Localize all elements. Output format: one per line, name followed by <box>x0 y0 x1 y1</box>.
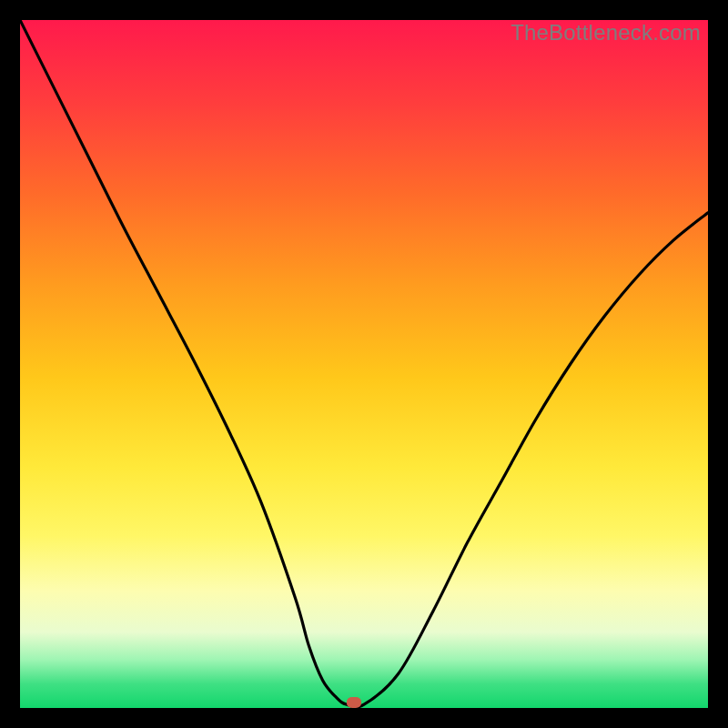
bottleneck-curve <box>20 20 708 708</box>
minimum-marker-icon <box>347 697 361 708</box>
chart-frame: TheBottleneck.com <box>0 0 728 728</box>
plot-area: TheBottleneck.com <box>20 20 708 708</box>
